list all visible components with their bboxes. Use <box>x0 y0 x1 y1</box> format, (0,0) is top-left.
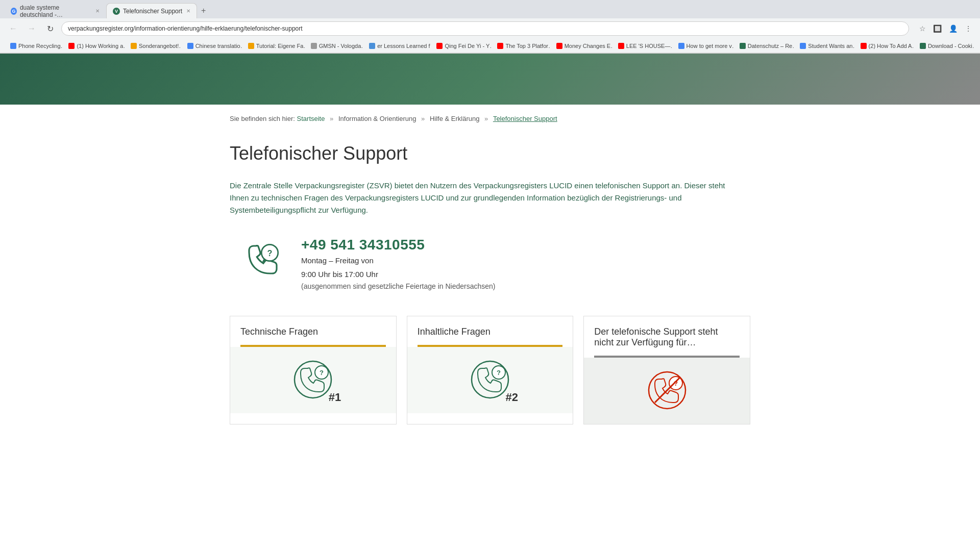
bookmark-how-working[interactable]: (1) How Working a… <box>64 42 125 50</box>
bookmark-favicon-14 <box>800 43 806 49</box>
bookmark-get-more[interactable]: How to get more v… <box>674 42 733 50</box>
svg-line-11 <box>655 378 679 403</box>
breadcrumb: Sie befinden sich hier: Startseite » Inf… <box>209 105 771 133</box>
bookmark-favicon-16 <box>920 43 926 49</box>
bookmark-download[interactable]: Download - Cooki… <box>916 42 974 50</box>
breadcrumb-hilfe: Hilfe & Erklärung <box>430 115 480 122</box>
bookmark-favicon-9 <box>497 43 503 49</box>
card-1-number: #1 <box>329 391 341 404</box>
tab-1-label: duale systeme deutschland -… <box>20 4 91 18</box>
bookmark-label-7: er Lessons Learned f… <box>377 43 430 49</box>
svg-text:?: ? <box>497 369 501 377</box>
tab-2-close[interactable]: ✕ <box>186 8 190 14</box>
bookmark-how-to-add[interactable]: (2) How To Add A… <box>856 42 914 50</box>
page-title: Telefonischer Support <box>230 143 750 164</box>
card-unavailable: Der telefonische Support steht nicht zur… <box>583 316 750 424</box>
bookmark-datenschutz[interactable]: Datenschutz – Re… <box>736 42 794 50</box>
main-content: Telefonischer Support Die Zentrale Stell… <box>209 133 771 445</box>
bookmark-favicon-3 <box>131 43 137 49</box>
tab-1-close[interactable]: ✕ <box>95 8 100 14</box>
browser-chrome: G duale systeme deutschland -… ✕ V Telef… <box>0 0 980 54</box>
tab-2-favicon: V <box>113 8 120 15</box>
card-2-title: Inhaltliche Fragen <box>418 327 563 337</box>
bookmark-favicon-12 <box>678 43 684 49</box>
card-3-title: Der telefonische Support steht nicht zur… <box>594 327 740 348</box>
forward-button[interactable]: → <box>24 21 39 36</box>
tab-2[interactable]: V Telefonischer Support ✕ <box>106 3 197 18</box>
phone-icon-wrapper: ? <box>240 237 286 283</box>
bookmark-student[interactable]: Student Wants an… <box>796 42 854 50</box>
breadcrumb-info-orientierung: Information & Orientierung <box>338 115 416 122</box>
card-3-icon-wrapper: ? <box>647 370 688 412</box>
bookmark-phone-recycling[interactable]: Phone Recycling… <box>6 42 62 50</box>
card-3-body: ? <box>584 358 750 424</box>
bookmark-sonderangebot[interactable]: Sonderangebot!… <box>127 42 181 50</box>
bookmark-star-button[interactable]: ☆ <box>917 23 928 34</box>
contact-info: +49 541 34310555 Montag – Freitag von 9:… <box>301 237 496 290</box>
bookmark-chinese[interactable]: Chinese translatio… <box>183 42 242 50</box>
bookmark-label-8: Qing Fei De Yi - Y… <box>445 43 491 49</box>
bookmark-favicon-8 <box>436 43 443 49</box>
cards-row: Technische Fragen ? #1 Inhaltliche Frage <box>230 316 750 424</box>
bookmark-label-5: Tutorial: Eigene Fa… <box>256 43 305 49</box>
bookmark-favicon-11 <box>618 43 624 49</box>
bookmark-label-12: How to get more v… <box>687 43 733 49</box>
breadcrumb-sep-2: » <box>421 115 427 122</box>
extension-button[interactable]: 🔲 <box>931 23 944 34</box>
card-2-phone-icon: ? <box>470 359 510 400</box>
bookmark-label-10: Money Changes E… <box>565 43 612 49</box>
card-2-body: ? #2 <box>407 347 573 413</box>
bookmark-label-4: Chinese translatio… <box>195 43 242 49</box>
breadcrumb-startseite[interactable]: Startseite <box>297 115 325 122</box>
card-1-phone-icon: ? <box>292 359 333 400</box>
bookmark-lessons[interactable]: er Lessons Learned f… <box>365 42 430 50</box>
bookmark-favicon-10 <box>556 43 562 49</box>
card-1-header: Technische Fragen <box>230 316 396 345</box>
holiday-note: (ausgenommen sind gesetzliche Feiertage … <box>301 282 496 290</box>
bookmark-label-6: GMSN - Vologda… <box>319 43 363 49</box>
card-inhaltliche-fragen: Inhaltliche Fragen ? #2 <box>407 316 574 424</box>
breadcrumb-prefix: Sie befinden sich hier: <box>230 115 295 122</box>
bookmark-favicon-15 <box>861 43 867 49</box>
profile-button[interactable]: 👤 <box>947 23 960 34</box>
bookmark-qing[interactable]: Qing Fei De Yi - Y… <box>432 42 491 50</box>
new-tab-button[interactable]: + <box>197 6 210 15</box>
url-bar[interactable] <box>61 21 909 36</box>
bookmark-gmsn[interactable]: GMSN - Vologda… <box>307 42 363 50</box>
bookmark-label-11: LEE 'S HOUSE—… <box>626 43 672 49</box>
nav-icons: ☆ 🔲 👤 ⋮ <box>917 23 974 34</box>
breadcrumb-current[interactable]: Telefonischer Support <box>493 115 557 122</box>
intro-text: Die Zentrale Stelle Verpackungsregister … <box>230 180 740 216</box>
tab-1[interactable]: G duale systeme deutschland -… ✕ <box>4 3 106 18</box>
bookmark-label-2: (1) How Working a… <box>77 43 125 49</box>
card-1-body: ? #1 <box>230 347 396 413</box>
card-1-icon-wrapper: ? #1 <box>292 359 333 402</box>
card-1-title: Technische Fragen <box>240 327 386 337</box>
card-2-icon-wrapper: ? #2 <box>470 359 510 402</box>
bookmark-label-15: (2) How To Add A… <box>869 43 914 49</box>
bookmark-money[interactable]: Money Changes E… <box>552 42 612 50</box>
bookmark-top3[interactable]: The Top 3 Platfor… <box>493 42 550 50</box>
bookmark-favicon-13 <box>740 43 746 49</box>
bookmark-label-1: Phone Recycling… <box>18 43 62 49</box>
bookmark-lee-house[interactable]: LEE 'S HOUSE—… <box>614 42 672 50</box>
contact-box: ? +49 541 34310555 Montag – Freitag von … <box>230 237 750 290</box>
card-3-no-phone-icon: ? <box>647 370 688 411</box>
tab-1-favicon: G <box>11 8 17 15</box>
bookmark-label-16: Download - Cooki… <box>928 43 974 49</box>
bookmark-label-14: Student Wants an… <box>808 43 854 49</box>
tab-2-label: Telefonischer Support <box>123 8 182 15</box>
bookmark-favicon-6 <box>311 43 317 49</box>
bookmarks-bar: Phone Recycling… (1) How Working a… Sond… <box>0 39 980 53</box>
menu-button[interactable]: ⋮ <box>963 23 974 34</box>
bookmark-favicon-4 <box>187 43 193 49</box>
reload-button[interactable]: ↻ <box>43 21 57 36</box>
hero-banner <box>0 54 980 105</box>
card-2-number: #2 <box>506 391 518 404</box>
bookmark-label-9: The Top 3 Platfor… <box>505 43 550 49</box>
back-button[interactable]: ← <box>6 21 20 36</box>
tab-bar: G duale systeme deutschland -… ✕ V Telef… <box>0 0 980 18</box>
bookmark-tutorial[interactable]: Tutorial: Eigene Fa… <box>244 42 305 50</box>
card-technische-fragen: Technische Fragen ? #1 <box>230 316 397 424</box>
bookmark-favicon-5 <box>248 43 254 49</box>
